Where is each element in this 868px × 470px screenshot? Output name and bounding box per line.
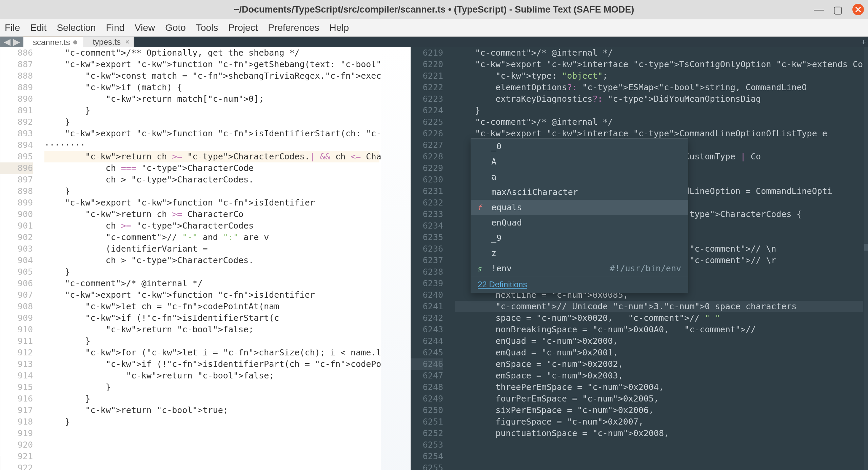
autocomplete-item[interactable]: s!env#!/usr/bin/env: [471, 261, 688, 276]
menu-goto[interactable]: Goto: [165, 22, 186, 33]
menu-bar: File Edit Selection Find View Goto Tools…: [0, 19, 868, 37]
tab-scanner[interactable]: scanner.ts: [23, 37, 83, 47]
close-button[interactable]: [852, 4, 864, 15]
autocomplete-footer[interactable]: 22 Definitions: [471, 276, 688, 293]
autocomplete-item[interactable]: _0: [471, 139, 688, 154]
menu-preferences[interactable]: Preferences: [268, 22, 319, 33]
autocomplete-item[interactable]: a: [471, 169, 688, 184]
menu-selection[interactable]: Selection: [57, 22, 96, 33]
new-tab-button[interactable]: +: [853, 37, 868, 47]
tab-types[interactable]: types.ts ×: [83, 37, 134, 47]
autocomplete-item[interactable]: maxAsciiCharacter: [471, 184, 688, 200]
minimap-left[interactable]: [381, 47, 411, 470]
line-gutter: 8868878888898908918928938948958968978988…: [0, 47, 41, 470]
minimap-right[interactable]: [864, 47, 868, 470]
tab-nav-arrows[interactable]: ◀ ▶: [0, 37, 23, 47]
autocomplete-item[interactable]: _9: [471, 230, 688, 246]
autocomplete-item[interactable]: z: [471, 246, 688, 261]
tab-label: scanner.ts: [33, 38, 70, 47]
tab-row: ◀ ▶ scanner.ts types.ts × + ▾: [0, 37, 868, 47]
menu-find[interactable]: Find: [106, 22, 124, 33]
code-area[interactable]: "c-comment">/** Optionally, get the sheb…: [41, 47, 379, 428]
tab-close-icon[interactable]: ×: [125, 38, 130, 46]
maximize-button[interactable]: ▢: [833, 5, 842, 14]
menu-project[interactable]: Project: [228, 22, 258, 33]
tab-label: types.ts: [93, 37, 121, 47]
autocomplete-popup[interactable]: _0AamaxAsciiCharacterfequalsenQuad_9zs!e…: [471, 138, 688, 293]
editor-pane-left[interactable]: 8868878888898908918928938948958968978988…: [0, 47, 411, 470]
menu-view[interactable]: View: [135, 22, 155, 33]
window-title: ~/Documents/TypeScript/src/compiler/scan…: [234, 4, 634, 15]
autocomplete-item[interactable]: enQuad: [471, 215, 688, 230]
line-gutter: 6219622062216222622362246225622662276228…: [411, 47, 451, 470]
menu-edit[interactable]: Edit: [30, 22, 46, 33]
autocomplete-item[interactable]: A: [471, 154, 688, 169]
autocomplete-item[interactable]: fequals: [471, 200, 688, 215]
title-bar: ~/Documents/TypeScript/src/compiler/scan…: [0, 0, 868, 19]
minimize-button[interactable]: —: [814, 5, 823, 14]
menu-help[interactable]: Help: [329, 22, 349, 33]
menu-file[interactable]: File: [5, 22, 20, 33]
menu-tools[interactable]: Tools: [196, 22, 218, 33]
tab-dirty-indicator: [73, 40, 77, 44]
